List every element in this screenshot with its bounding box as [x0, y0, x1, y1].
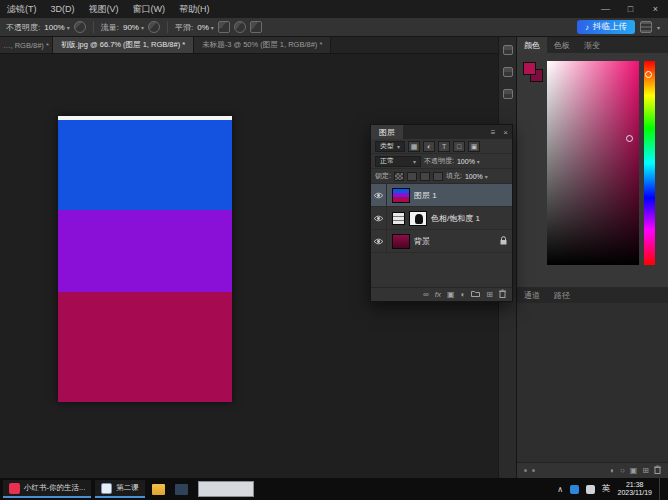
filter-type-icon[interactable]: T: [438, 141, 450, 152]
mask-icon[interactable]: ▣: [630, 467, 638, 475]
layer-mask-thumbnail[interactable]: [409, 211, 427, 226]
canvas-document[interactable]: [58, 116, 232, 402]
lock-transparency-icon[interactable]: [394, 172, 404, 181]
taskbar-item-lesson[interactable]: 第二课: [95, 480, 145, 498]
time: 21:38: [617, 481, 652, 489]
menu-window[interactable]: 窗口(W): [126, 0, 173, 18]
layer-row-layer1[interactable]: 图层 1: [371, 184, 512, 207]
tray-app-icon[interactable]: [570, 485, 579, 494]
fill-dropdown[interactable]: 100%▾: [465, 173, 488, 180]
opacity-label: 不透明度:: [6, 22, 40, 33]
tab-swatches[interactable]: 色板: [547, 37, 577, 53]
tab-paths[interactable]: 路径: [547, 287, 577, 303]
layer-thumbnail[interactable]: [392, 188, 410, 203]
visibility-eye-icon[interactable]: [371, 207, 387, 229]
window-controls: — □ ×: [593, 0, 668, 18]
taskbar-item-xiaohongshu[interactable]: 小红书-你的生活...: [3, 480, 91, 498]
layer-list: 图层 1 色相/饱和度 1 背景: [371, 184, 512, 287]
document-tab-untitled[interactable]: 未标题-3 @ 50% (图层 1, RGB/8#) *: [194, 37, 331, 53]
adjustment-layer-icon[interactable]: [392, 212, 405, 225]
color-picker-marker[interactable]: [626, 135, 633, 142]
menu-view[interactable]: 视图(V): [82, 0, 126, 18]
date: 2023/11/19: [617, 489, 652, 497]
show-desktop-button[interactable]: [659, 478, 663, 500]
new-item-icon[interactable]: ⊞: [642, 467, 649, 475]
opacity-dropdown[interactable]: 100%▾: [44, 23, 69, 32]
collapsed-panel-icon-1[interactable]: [503, 45, 513, 55]
filter-smart-object-icon[interactable]: ▣: [468, 141, 480, 152]
grid-icon[interactable]: [640, 21, 652, 33]
tray-app-icon[interactable]: [586, 485, 595, 494]
lock-row: 锁定: 填充: 100%▾: [371, 169, 512, 184]
menu-help[interactable]: 帮助(H): [172, 0, 217, 18]
airbrush-icon[interactable]: [148, 21, 160, 33]
tray-expand-icon[interactable]: ∧: [557, 485, 563, 494]
document-tab-active[interactable]: 初版.jpg @ 66.7% (图层 1, RGB/8#) *: [53, 37, 194, 53]
layer-opacity-dropdown[interactable]: 100%▾: [457, 158, 480, 165]
smoothing-dropdown[interactable]: 0%▾: [197, 23, 214, 32]
fill-path-icon[interactable]: ◐: [610, 467, 615, 475]
filter-adjustment-icon[interactable]: ◐: [423, 141, 435, 152]
layer-style-icon[interactable]: fx: [435, 291, 441, 299]
foreground-background-swatches[interactable]: [522, 61, 546, 85]
layers-panel: 图层 ≡ × 类型▾ ▦ ◐ T □ ▣ 正常▾ 不透明度: 100%▾ 锁定:…: [370, 124, 513, 302]
file-explorer-icon[interactable]: [152, 484, 165, 495]
layer-lock-icon: [500, 236, 507, 246]
minimize-button[interactable]: —: [593, 0, 618, 18]
lock-position-icon[interactable]: [420, 172, 430, 181]
collapsed-panel-icon-3[interactable]: [503, 89, 513, 99]
filter-pixel-icon[interactable]: ▦: [408, 141, 420, 152]
stroke-path-icon[interactable]: ○: [620, 467, 625, 475]
collapsed-panel-icon-2[interactable]: [503, 67, 513, 77]
lock-image-icon[interactable]: [407, 172, 417, 181]
input-language-indicator[interactable]: 英: [602, 483, 611, 495]
menu-filter[interactable]: 滤镜(T): [0, 0, 44, 18]
app-icon[interactable]: [175, 484, 188, 495]
pressure-opacity-icon[interactable]: [74, 21, 86, 33]
panel-close-icon[interactable]: ×: [499, 125, 512, 139]
layer-row-hue-saturation[interactable]: 色相/饱和度 1: [371, 207, 512, 230]
lock-all-icon[interactable]: [433, 172, 443, 181]
panel-menu-icon[interactable]: ≡: [487, 125, 500, 139]
hue-marker[interactable]: [645, 71, 652, 78]
gear-icon[interactable]: [218, 21, 230, 33]
layers-panel-header[interactable]: 图层 ≡ ×: [371, 125, 512, 139]
color-panel-tabs: 颜色 色板 渐变: [517, 37, 668, 53]
new-adjustment-icon[interactable]: ◐: [460, 291, 465, 299]
layers-tab[interactable]: 图层: [371, 125, 403, 139]
smoothing-label: 平滑:: [175, 22, 193, 33]
tab-channels[interactable]: 通道: [517, 287, 547, 303]
blend-mode-select[interactable]: 正常▾: [375, 156, 421, 167]
maximize-button[interactable]: □: [618, 0, 643, 18]
filter-shape-icon[interactable]: □: [453, 141, 465, 152]
tab-gradients[interactable]: 渐变: [577, 37, 607, 53]
hue-slider[interactable]: [644, 61, 655, 265]
saturation-brightness-picker[interactable]: [547, 61, 639, 265]
menu-3d[interactable]: 3D(D): [44, 0, 82, 18]
clock[interactable]: 21:38 2023/11/19: [617, 481, 652, 497]
link-layers-icon[interactable]: ∞: [423, 291, 429, 299]
layer-filter-select[interactable]: 类型▾: [375, 141, 405, 152]
foreground-color-swatch[interactable]: [523, 62, 536, 75]
add-mask-icon[interactable]: ▣: [447, 291, 455, 299]
symmetry-icon[interactable]: [250, 21, 262, 33]
flow-dropdown[interactable]: 90%▾: [123, 23, 144, 32]
window-preview-thumbnail[interactable]: [198, 481, 254, 497]
visibility-eye-icon[interactable]: [371, 184, 387, 206]
layer-thumbnail[interactable]: [392, 234, 410, 249]
new-group-icon[interactable]: [471, 290, 480, 299]
paths-panel-footer: ◐ ○ ▣ ⊞: [517, 462, 668, 478]
paths-panel-body: [517, 303, 668, 462]
upload-button[interactable]: ♪ 抖临上传: [577, 20, 635, 34]
new-layer-icon[interactable]: ⊞: [486, 291, 493, 299]
delete-icon[interactable]: [654, 465, 661, 476]
close-button[interactable]: ×: [643, 0, 668, 18]
layer-row-background[interactable]: 背景: [371, 230, 512, 253]
chevron-down-icon[interactable]: ▾: [657, 24, 660, 31]
brush-angle-icon[interactable]: [234, 21, 246, 33]
document-tab-partial[interactable]: …, RGB/8#) *: [0, 37, 53, 53]
delete-layer-icon[interactable]: [499, 289, 506, 300]
visibility-eye-icon[interactable]: [371, 230, 387, 252]
tab-color[interactable]: 颜色: [517, 37, 547, 53]
layer-filter-row: 类型▾ ▦ ◐ T □ ▣: [371, 139, 512, 154]
